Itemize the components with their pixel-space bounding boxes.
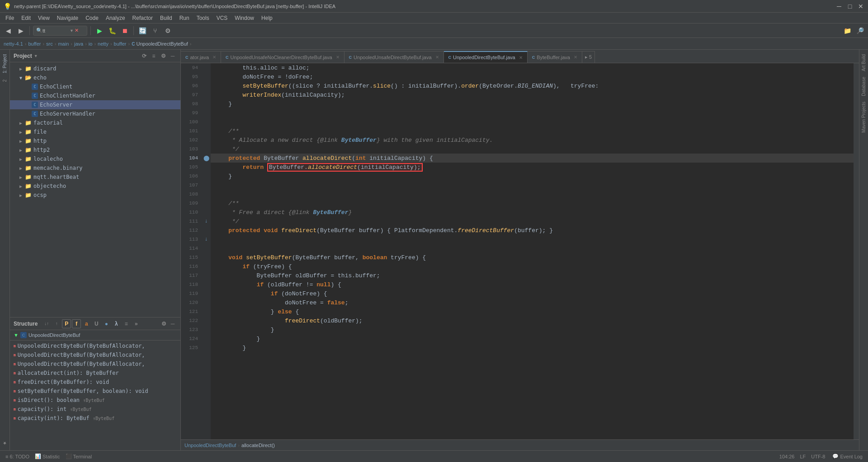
menu-help[interactable]: Help <box>258 14 276 22</box>
event-log-btn[interactable]: 💬 Event Log <box>830 453 864 460</box>
tree-arrow-echo[interactable]: ▼ <box>17 74 24 81</box>
global-search-button[interactable]: 🔎 <box>854 25 865 36</box>
tab-main[interactable]: C UnpooledDirectByteBuf.java ✕ <box>444 51 528 63</box>
bc-main[interactable]: main <box>58 41 69 47</box>
search-box[interactable]: 🔍 ▼ ✕ <box>33 26 87 36</box>
tree-item-ocsp[interactable]: ▶ 📁 ocsp <box>10 191 180 200</box>
tree-item-discard[interactable]: ▶ 📁 discard <box>10 64 180 73</box>
menu-window[interactable]: Window <box>231 14 258 22</box>
show-other-btn[interactable]: ● <box>102 319 111 328</box>
bc-src[interactable]: src <box>46 41 53 47</box>
structure-close-btn[interactable]: ─ <box>169 320 177 328</box>
close-button[interactable]: ✕ <box>857 3 864 10</box>
more-btn[interactable]: » <box>132 319 141 328</box>
search-input[interactable] <box>42 28 70 33</box>
bc-class[interactable]: C UnpooledDirectByteBuf <box>132 41 188 47</box>
gutter-debug-115[interactable]: ↓ <box>203 235 210 244</box>
tree-arrow-mqtt[interactable]: ▶ <box>17 173 24 181</box>
bc-netty[interactable]: netty-4.1 <box>4 41 23 47</box>
tree-item-mqtt[interactable]: ▶ 📁 mqtt.heartBeat <box>10 173 180 182</box>
tree-item-factorial[interactable]: ▶ 📁 factorial <box>10 118 180 127</box>
git-button[interactable]: ⑂ <box>150 25 160 36</box>
tree-arrow-objectecho[interactable]: ▶ <box>17 182 24 190</box>
tree-item-echoserverhandler[interactable]: C EchoServerHandler <box>10 109 180 118</box>
tab-more[interactable]: ▸ 5 <box>582 51 595 63</box>
tree-arrow-http[interactable]: ▶ <box>17 137 24 145</box>
chevron-down-icon[interactable]: ▼ <box>70 28 74 33</box>
code-area[interactable]: this.alloc = alloc; doNotFree = !doFree;… <box>211 63 854 439</box>
clear-search-icon[interactable]: ✕ <box>75 28 79 33</box>
tree-item-echoclienthandler[interactable]: C EchoClientHandler <box>10 91 180 100</box>
side-tab-project[interactable]: 1: Project <box>1 51 8 76</box>
menu-tools[interactable]: Tools <box>193 14 213 22</box>
struct-item-8[interactable]: m capacity(int): ByteBuf ↑ByteBuf <box>10 414 180 423</box>
project-dropdown-icon[interactable]: ▼ <box>34 54 38 58</box>
menu-navigate[interactable]: Navigate <box>53 14 82 22</box>
structure-expand-icon[interactable]: ▼ <box>14 332 19 338</box>
minimize-button[interactable]: ─ <box>835 3 843 10</box>
debug-button[interactable]: 🐛 <box>107 25 118 36</box>
side-tab-favorites[interactable]: ★ <box>1 438 8 448</box>
bc-buffer2[interactable]: buffer <box>114 41 127 47</box>
struct-item-3[interactable]: m allocateDirect(int): ByteBuffer <box>10 369 180 378</box>
show-inherited-btn[interactable]: P <box>62 319 71 328</box>
show-protected-btn[interactable]: U <box>92 319 101 328</box>
struct-item-2[interactable]: m UnpooledDirectByteBuf(ByteBufAllocator… <box>10 359 180 369</box>
run-button[interactable]: ▶ <box>94 25 105 36</box>
editor-scrollbar[interactable] <box>854 63 859 439</box>
tree-item-http2[interactable]: ▶ 📁 http2 <box>10 145 180 154</box>
menu-code[interactable]: Code <box>82 14 102 22</box>
project-structure-button[interactable]: 📁 <box>842 25 853 36</box>
editor-bc-class[interactable]: UnpooledDirectByteBuf <box>184 443 236 448</box>
menu-run[interactable]: Run <box>176 14 193 22</box>
menu-build[interactable]: Build <box>156 14 176 22</box>
struct-item-0[interactable]: m UnpooledDirectByteBuf(ByteBufAllocator… <box>10 341 180 350</box>
sort-visibility-btn[interactable]: ↑ <box>52 319 61 328</box>
tree-arrow-discard[interactable]: ▶ <box>17 65 24 72</box>
menu-view[interactable]: View <box>34 14 53 22</box>
tree-arrow-file[interactable]: ▶ <box>17 128 24 135</box>
tree-item-objectecho[interactable]: ▶ 📁 objectecho <box>10 182 180 191</box>
project-settings-btn[interactable]: ⚙ <box>159 52 167 60</box>
tab-unpooledno[interactable]: C UnpooledUnsafeNoCleanerDirectByteBuf.j… <box>221 51 344 63</box>
tree-item-echoserver[interactable]: C EchoServer <box>10 100 180 109</box>
menu-edit[interactable]: Edit <box>18 14 34 22</box>
sort-alpha-btn[interactable]: ↓↑ <box>42 319 51 328</box>
tab-close-bytebuffer[interactable]: ✕ <box>574 55 577 60</box>
show-fields-btn[interactable]: f <box>72 319 81 328</box>
side-tab-database[interactable]: Database <box>860 74 867 99</box>
tree-arrow-localecho[interactable]: ▶ <box>17 155 24 163</box>
editor-bc-method[interactable]: allocateDirect() <box>241 443 275 448</box>
stop-button[interactable]: ⏹ <box>119 25 130 36</box>
tree-item-memcache[interactable]: ▶ 📁 memcache.binary <box>10 163 180 173</box>
show-all-btn[interactable]: ≡ <box>122 319 131 328</box>
tab-close-unpooledno[interactable]: ✕ <box>336 55 340 60</box>
tree-item-echoclient[interactable]: C EchoClient <box>10 82 180 91</box>
struct-item-7[interactable]: m capacity(): int ↑ByteBuf <box>10 405 180 414</box>
show-anonymous-btn[interactable]: a <box>82 319 91 328</box>
forward-button[interactable]: ▶ <box>15 25 26 36</box>
tree-arrow-ocsp[interactable]: ▶ <box>17 191 24 199</box>
side-tab-artbuild[interactable]: Art Build <box>860 51 867 74</box>
tree-item-file[interactable]: ▶ 📁 file <box>10 127 180 136</box>
menu-file[interactable]: File <box>2 14 18 22</box>
back-button[interactable]: ◀ <box>3 25 14 36</box>
tree-arrow-http2[interactable]: ▶ <box>17 146 24 154</box>
maximize-button[interactable]: □ <box>846 3 854 10</box>
tree-item-localecho[interactable]: ▶ 📁 localecho <box>10 154 180 163</box>
tree-item-echo[interactable]: ▼ 📂 echo <box>10 73 180 82</box>
menu-refactor[interactable]: Refactor <box>129 14 156 22</box>
side-tab-structure[interactable]: 2 <box>1 77 8 85</box>
bc-buffer[interactable]: buffer <box>28 41 41 47</box>
tab-close-unpooled[interactable]: ✕ <box>435 55 439 60</box>
project-collapse-btn[interactable]: ≡ <box>150 52 158 60</box>
settings-button[interactable]: ⚙ <box>162 25 173 36</box>
bc-netty2[interactable]: netty <box>98 41 108 47</box>
struct-item-4[interactable]: m freeDirect(ByteBuffer): void <box>10 378 180 387</box>
bc-io[interactable]: io <box>89 41 93 47</box>
update-button[interactable]: 🔄 <box>137 25 148 36</box>
structure-settings-btn[interactable]: ⚙ <box>160 320 168 328</box>
tab-bytebuffer[interactable]: C ByteBuffer.java ✕ <box>528 51 582 63</box>
tab-close-ator[interactable]: ✕ <box>212 55 216 60</box>
gutter-debug-111[interactable]: ↓ <box>203 217 210 226</box>
